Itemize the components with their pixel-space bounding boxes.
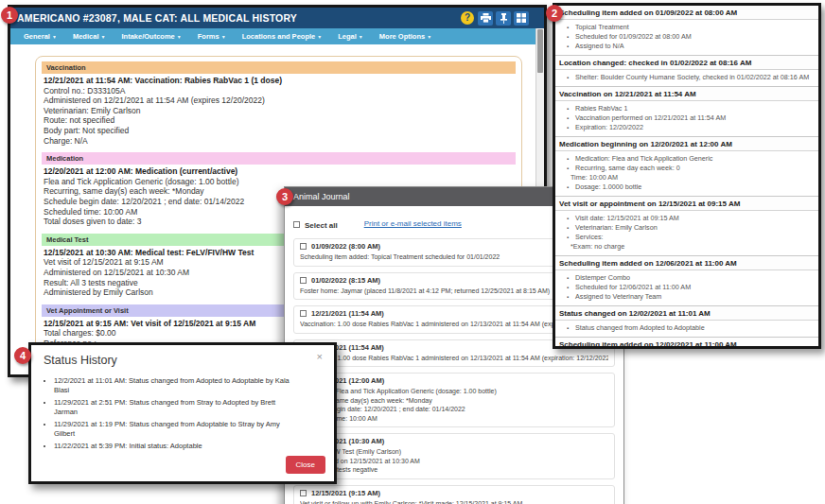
timeline-item: ▪Shelter: Boulder County Humane Society,… xyxy=(567,73,815,82)
timeline-section-header: Status changed on 12/02/2021 at 11:01 AM xyxy=(555,306,818,321)
pin-button[interactable] xyxy=(496,11,511,26)
window-title-bar: AMERICANO #23087, MALE CAT: ALL MEDICAL … xyxy=(10,8,544,28)
close-icon[interactable]: × xyxy=(317,352,323,362)
scrollbar-thumb[interactable] xyxy=(537,29,543,73)
help-icon: ? xyxy=(461,11,474,25)
timeline-item: ▪Status changed from Adopted to Adoptabl… xyxy=(567,323,815,333)
bullet-icon: ▪ xyxy=(567,32,569,42)
timeline-item-text: Status changed from Adopted to Adoptable xyxy=(575,323,705,332)
menu-item-label: Forms xyxy=(198,32,219,41)
annotation-badge-2: 2 xyxy=(546,5,563,22)
menu-item-locations-and-people[interactable]: Locations and People▾ xyxy=(234,28,330,44)
pin-icon xyxy=(500,13,508,24)
title-bar-actions: ? xyxy=(460,11,529,26)
timeline-section-header: Scheduling item added on 12/02/2021 at 1… xyxy=(555,338,818,349)
timeline-section: Scheduling item added on 01/09/2022 at 0… xyxy=(555,6,818,55)
timeline-item: ▪Distemper Combo xyxy=(567,273,815,283)
bullet-icon: ▪ xyxy=(567,292,569,302)
timeline-item: ▪Services: xyxy=(567,233,815,242)
timeline-item-list: ▪Topical Treatment▪Scheduled for 01/09/2… xyxy=(555,20,818,55)
menu-item-general[interactable]: General▾ xyxy=(15,28,64,44)
record-detail: Flea and Tick Application Generic (dosag… xyxy=(42,177,516,187)
bullet-icon: ▪ xyxy=(567,154,569,164)
help-button[interactable]: ? xyxy=(460,11,475,26)
menu-item-label: Legal xyxy=(338,32,357,41)
timeline-item: ▪Recurring, same day each week: 0 xyxy=(567,164,815,173)
bullet-icon: ▪ xyxy=(567,123,569,132)
menu-item-medical[interactable]: Medical▾ xyxy=(64,28,114,44)
journal-entry[interactable]: 12/15/2021 (10:30 AM)FeLV/FIV/HW Test (E… xyxy=(293,433,615,479)
journal-entry-header: 12/15/2021 (9:15 AM) xyxy=(300,489,608,497)
status-history-item: 11/29/2021 at 2:51 PM: Status changed fr… xyxy=(54,398,298,417)
entry-checkbox[interactable] xyxy=(300,310,307,317)
bullet-icon: ▪ xyxy=(567,273,569,283)
timeline-section: Status changed on 12/02/2021 at 11:01 AM… xyxy=(555,305,818,337)
menu-item-label: Locations and People xyxy=(242,32,316,41)
journal-entry-date: 12/15/2021 (9:15 AM) xyxy=(311,489,380,497)
timeline-section: Vaccination on 12/21/2021 at 11:54 AM▪Ra… xyxy=(555,86,818,136)
menu-item-label: More Options xyxy=(379,32,425,41)
select-all-checkbox[interactable] xyxy=(293,221,300,228)
journal-entry-header: 12/15/2021 (10:30 AM) xyxy=(300,437,608,445)
timeline-item-text: Scheduled for 01/09/2022 at 08:00 AM xyxy=(575,32,692,41)
print-button[interactable] xyxy=(478,11,493,26)
journal-entry-text: Vaccination: 1.00 dose Rabies RabVac 1 a… xyxy=(300,354,608,363)
timeline-item: ▪Assigned to Veterinary Team xyxy=(567,292,815,302)
timeline-section: Location changed: checked in 01/02/2022 … xyxy=(555,55,818,86)
section-header: Vaccination xyxy=(42,61,516,74)
bullet-icon: ▪ xyxy=(567,233,569,242)
journal-entry-date: 01/09/2022 (8:00 AM) xyxy=(311,242,380,251)
journal-entry-text: FeLV/FIV/HW Test (Emily Carlson) xyxy=(300,447,608,457)
menu-item-intake-outcome[interactable]: Intake/Outcome▾ xyxy=(113,28,188,44)
timeline-item-text: Recurring, same day each week: 0 xyxy=(575,164,680,172)
chevron-down-icon: ▾ xyxy=(222,34,225,40)
entry-checkbox[interactable] xyxy=(300,277,307,284)
timeline-item-text: Assigned to Veterinary Team xyxy=(575,292,661,301)
menu-item-label: Intake/Outcome xyxy=(121,32,174,41)
timeline-item-list: ▪Shelter: Boulder County Humane Society,… xyxy=(555,70,818,86)
record-detail: Charge: N/A xyxy=(42,136,516,147)
timeline-item-list: ▪Distemper Combo▪Scheduled for 12/06/202… xyxy=(555,270,818,305)
section-header: Medication xyxy=(42,152,516,165)
menu-bar: General▾Medical▾Intake/Outcome▾Forms▾Loc… xyxy=(10,28,535,44)
annotation-badge-3: 3 xyxy=(276,188,293,205)
annotation-badge-1: 1 xyxy=(1,7,18,24)
timeline-item: ▪Expiration: 12/20/2022 xyxy=(567,123,815,132)
menu-item-legal[interactable]: Legal▾ xyxy=(329,28,371,44)
journal-entry[interactable]: 12/15/2021 (9:15 AM)Vet visit or follow-… xyxy=(293,485,615,504)
journal-entry[interactable]: 12/20/2021 (12:00 AM)Medication: Flea an… xyxy=(293,373,615,427)
timeline-item: ▪Visit date: 12/15/2021 at 09:15 AM xyxy=(567,214,815,223)
timeline-item-text: Veterinarian: Emily Carlson xyxy=(575,223,658,232)
journal-entry-text: Vet visit or follow-up with Emily Carlso… xyxy=(300,499,608,504)
status-history-title: Status History xyxy=(31,345,334,374)
record-detail: Veterinarian: Emily Carlson xyxy=(42,106,516,116)
menu-item-more-options[interactable]: More Options▾ xyxy=(371,28,439,44)
timeline-section-header: Medication beginning on 12/20/2021 at 12… xyxy=(555,137,818,151)
layout-grid-icon xyxy=(517,13,526,23)
journal-entry-text: Medication: Flea and Tick Application Ge… xyxy=(300,387,608,396)
timeline-item-list: ▪Medication: Flea and Tick Application G… xyxy=(555,151,818,196)
timeline-item-text: Time: 10:00 AM xyxy=(570,173,618,182)
timeline-section-header: Scheduling item added on 12/06/2021 at 1… xyxy=(555,256,818,270)
record-title: 12/21/2021 at 11:54 AM: Vaccination: Rab… xyxy=(42,76,516,86)
bullet-icon: ▪ xyxy=(567,164,569,173)
journal-entry-date: 01/02/2022 (8:15 AM) xyxy=(311,276,380,285)
timeline-item-text: Distemper Combo xyxy=(575,273,630,282)
timeline-item: ▪Topical Treatment xyxy=(567,23,815,32)
close-button[interactable]: Close xyxy=(286,456,325,474)
bullet-icon: ▪ xyxy=(567,104,569,113)
record-detail: Control no.: D333105A xyxy=(42,86,516,96)
timeline-item-text: Services: xyxy=(575,233,604,241)
print-icon xyxy=(481,13,491,23)
print-email-link[interactable]: Print or e-mail selected items xyxy=(364,219,462,228)
timeline-section-header: Scheduling item added on 01/09/2022 at 0… xyxy=(555,6,818,20)
journal-entry-text: Schedule begin date: 12/20/2021 ; end da… xyxy=(300,405,608,414)
entry-checkbox[interactable] xyxy=(300,243,307,250)
timeline-section-header: Vaccination on 12/21/2021 at 11:54 AM xyxy=(555,87,818,101)
entry-checkbox[interactable] xyxy=(300,490,307,496)
menu-item-forms[interactable]: Forms▾ xyxy=(189,28,234,44)
layout-grid-button[interactable] xyxy=(514,11,529,26)
timeline-item: ▪Rabies RabVac 1 xyxy=(567,104,815,113)
chevron-down-icon: ▾ xyxy=(428,34,430,40)
bullet-icon: ▪ xyxy=(567,214,569,223)
